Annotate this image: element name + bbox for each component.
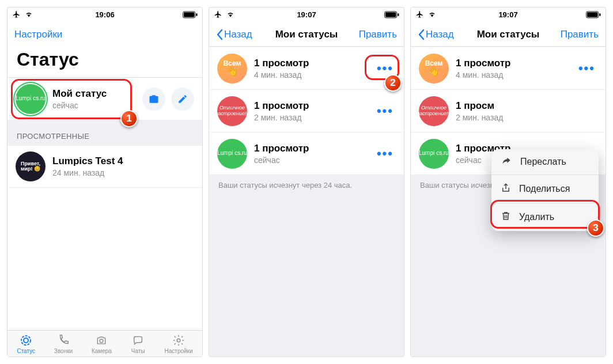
trash-icon xyxy=(501,210,511,224)
status-row[interactable]: Отличное настроение!!!1 просмотр2 мин. н… xyxy=(209,89,404,132)
tabbar: Статус Звонки Камера Чаты Настройки xyxy=(7,330,202,357)
navbar: Настройки xyxy=(7,21,202,47)
tab-camera-label: Камера xyxy=(92,348,112,354)
svg-rect-2 xyxy=(196,13,197,16)
screen-my-statuses: 19:07 Назад Мои статусы Править Всем👋1 п… xyxy=(209,7,404,357)
status-bar: 19:07 xyxy=(209,7,404,21)
more-button[interactable]: ••• xyxy=(374,143,396,165)
camera-button[interactable] xyxy=(142,88,165,111)
tab-settings[interactable]: Настройки xyxy=(165,334,193,354)
svg-point-6 xyxy=(177,339,180,342)
forward-icon xyxy=(501,156,512,168)
hint-text: Ваши статусы исчезнут через 24 часа. xyxy=(209,175,404,195)
navbar: Назад Мои статусы Править xyxy=(209,21,404,47)
more-button[interactable]: ••• xyxy=(374,58,396,79)
svg-rect-9 xyxy=(398,13,399,16)
page-title: Статус xyxy=(7,47,202,78)
tab-status[interactable]: Статус xyxy=(17,334,35,354)
popover-forward[interactable]: Переслать xyxy=(491,149,599,175)
viewed-sub: 24 мин. назад xyxy=(52,168,194,177)
tab-calls[interactable]: Звонки xyxy=(54,334,73,354)
status-avatar: Всем👋 xyxy=(419,54,449,84)
status-row-sub: 2 мин. назад xyxy=(254,113,368,122)
back-label: Назад xyxy=(426,29,454,40)
status-avatar: Lumpi cs.ru xyxy=(217,139,247,169)
wifi-icon xyxy=(427,11,437,18)
screen-status: 19:06 Настройки Статус Lumpi cs.ru Мой с… xyxy=(7,7,203,357)
status-row-sub: 4 мин. назад xyxy=(456,70,569,79)
tab-chats-label: Чаты xyxy=(131,348,145,354)
status-row-title: 1 просмотр xyxy=(254,58,368,69)
navbar-title: Мои статусы xyxy=(477,29,540,40)
chats-tab-icon xyxy=(131,334,146,347)
viewed-title: Lumpics Test 4 xyxy=(52,156,194,167)
status-row-title: 1 просмотр xyxy=(254,100,368,112)
content: Всем👋1 просмотр4 мин. назад•••Отличное н… xyxy=(209,47,404,357)
status-row-title: 1 просмотр xyxy=(254,143,368,154)
status-row-title: 1 просм xyxy=(456,100,597,112)
tab-camera[interactable]: Камера xyxy=(92,334,112,354)
airplane-icon xyxy=(415,10,424,18)
tab-calls-label: Звонки xyxy=(54,348,73,354)
content: Всем👋1 просмотр4 мин. назад•••Отличное н… xyxy=(411,47,606,357)
calls-tab-icon xyxy=(56,334,71,347)
wifi-icon xyxy=(24,11,33,18)
svg-rect-11 xyxy=(587,12,598,17)
clock: 19:06 xyxy=(95,10,114,19)
svg-rect-1 xyxy=(184,12,195,17)
clock: 19:07 xyxy=(498,10,517,19)
screen-my-statuses-menu: 19:07 Назад Мои статусы Править Всем👋1 п… xyxy=(410,7,606,357)
status-row-title: 1 просмотр xyxy=(456,58,569,69)
settings-link[interactable]: Настройки xyxy=(14,29,62,40)
share-icon xyxy=(501,182,511,196)
status-row-sub: 4 мин. назад xyxy=(254,70,368,79)
more-button[interactable]: ••• xyxy=(374,100,396,122)
wifi-icon xyxy=(226,11,235,18)
viewed-header: ПРОСМОТРЕННЫЕ xyxy=(7,120,202,145)
my-status-title: Мой статус xyxy=(52,88,135,100)
battery-icon xyxy=(183,11,198,18)
popover-delete[interactable]: Удалить xyxy=(491,203,599,231)
camera-tab-icon xyxy=(94,334,109,347)
battery-icon xyxy=(384,11,399,18)
back-button[interactable]: Назад xyxy=(216,29,252,40)
popover-share[interactable]: Поделиться xyxy=(491,175,599,203)
edit-button[interactable]: Править xyxy=(359,29,397,40)
tab-chats[interactable]: Чаты xyxy=(131,334,146,354)
status-row-sub: сейчас xyxy=(254,156,368,165)
my-status-row[interactable]: Lumpi cs.ru Мой статус сейчас xyxy=(7,78,202,120)
airplane-icon xyxy=(12,10,21,18)
status-avatar: Всем👋 xyxy=(217,54,247,84)
svg-point-4 xyxy=(24,338,28,343)
my-status-avatar: Lumpi cs.ru xyxy=(16,84,46,114)
pencil-button[interactable] xyxy=(171,88,194,111)
status-bar: 19:06 xyxy=(7,7,202,21)
viewed-avatar: Привет, мир! 😊 xyxy=(16,151,46,181)
svg-point-5 xyxy=(100,339,104,343)
content: Lumpi cs.ru Мой статус сейчас ПРОСМОТРЕН… xyxy=(7,78,202,330)
tab-settings-label: Настройки xyxy=(165,348,193,354)
my-status-sub: сейчас xyxy=(52,101,135,110)
status-row[interactable]: Всем👋1 просмотр4 мин. назад••• xyxy=(411,47,606,89)
airplane-icon xyxy=(214,10,222,18)
viewed-status-row[interactable]: Привет, мир! 😊 Lumpics Test 4 24 мин. на… xyxy=(7,145,202,188)
back-button[interactable]: Назад xyxy=(418,29,454,40)
battery-icon xyxy=(586,11,601,18)
svg-point-3 xyxy=(21,336,31,345)
status-row[interactable]: Lumpi cs.ru1 просмотрсейчас••• xyxy=(209,132,404,175)
settings-tab-icon xyxy=(171,334,186,347)
status-row-sub: 2 мин. назад xyxy=(456,113,597,122)
svg-rect-8 xyxy=(385,12,396,17)
status-row[interactable]: Отличное настроение!!!1 просм2 мин. наза… xyxy=(411,89,606,132)
status-tab-icon xyxy=(18,334,33,347)
popover-share-label: Поделиться xyxy=(519,184,570,194)
status-avatar: Lumpi cs.ru xyxy=(419,139,449,169)
tab-status-label: Статус xyxy=(17,348,35,354)
edit-button[interactable]: Править xyxy=(561,29,599,40)
svg-rect-12 xyxy=(599,13,600,16)
status-avatar: Отличное настроение!!! xyxy=(217,96,247,126)
more-button[interactable]: ••• xyxy=(576,58,597,79)
status-row[interactable]: Всем👋1 просмотр4 мин. назад••• xyxy=(209,47,404,89)
back-label: Назад xyxy=(224,29,252,40)
status-avatar: Отличное настроение!!! xyxy=(419,96,449,126)
